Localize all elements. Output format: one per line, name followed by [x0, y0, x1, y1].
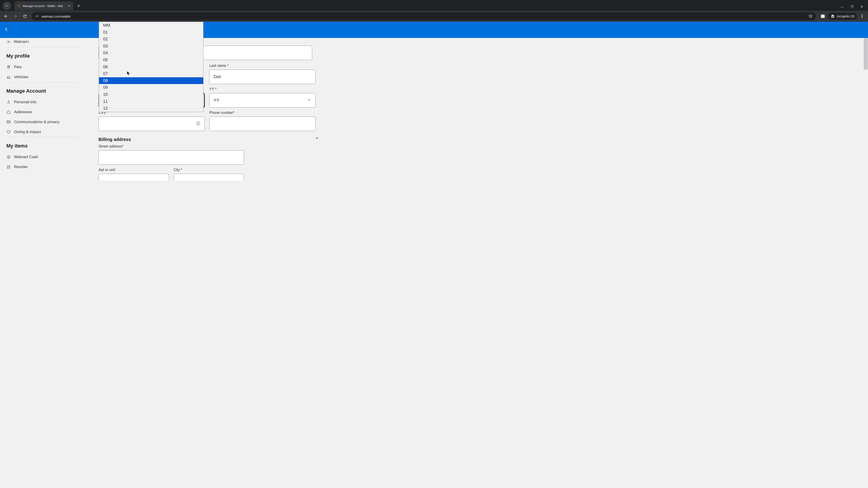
- city-label: City *: [174, 168, 244, 172]
- address-bar[interactable]: walmart.com/wallet: [32, 12, 816, 20]
- svg-point-11: [7, 66, 8, 67]
- nav-back-button[interactable]: [2, 12, 10, 20]
- svg-rect-4: [18, 5, 19, 6]
- account-sidebar: W+ Walmart+ My profile Pets Vehicles Man…: [0, 38, 86, 488]
- browser-tab[interactable]: Manage Account - Wallet - Wal ✕: [14, 1, 73, 10]
- cash-icon: [6, 155, 11, 159]
- city-input[interactable]: [174, 174, 244, 181]
- month-option-11[interactable]: 11: [99, 98, 203, 105]
- billing-address-heading: Billing address: [98, 137, 313, 142]
- car-icon: [6, 75, 11, 79]
- sidebar-item-walmart-plus[interactable]: W+ Walmart+: [6, 38, 80, 47]
- browser-toolbar: walmart.com/wallet Incognito (3): [0, 11, 868, 22]
- sidebar-item-reorder[interactable]: Reorder: [6, 162, 80, 172]
- month-option-02[interactable]: 02: [99, 36, 203, 43]
- month-option-01[interactable]: 01: [99, 29, 203, 36]
- svg-point-13: [9, 66, 10, 67]
- chrome-menu-button[interactable]: [858, 12, 866, 20]
- phone-input[interactable]: [209, 117, 315, 131]
- sidebar-heading-manage: Manage Account: [6, 88, 80, 94]
- sidebar-item-personal-info[interactable]: Personal info: [6, 97, 80, 107]
- month-option-04[interactable]: 04: [99, 50, 203, 57]
- cvv-input[interactable]: [98, 117, 205, 131]
- expiry-month-dropdown[interactable]: MM010203040506070809101112: [99, 22, 204, 112]
- window-maximize-button[interactable]: ❐: [850, 5, 854, 8]
- bookmark-star-icon[interactable]: [808, 14, 813, 19]
- sidebar-item-vehicles[interactable]: Vehicles: [6, 72, 80, 82]
- scroll-up-arrow-icon: [315, 137, 318, 139]
- incognito-icon: [831, 14, 835, 19]
- side-panel-button[interactable]: [819, 12, 827, 20]
- svg-rect-2: [20, 5, 21, 6]
- phone-label: Phone number*: [209, 111, 315, 115]
- month-option-12[interactable]: 12: [99, 105, 203, 112]
- sidebar-item-communications[interactable]: Communications & privacy: [6, 117, 80, 127]
- month-option-MM[interactable]: MM: [99, 22, 203, 29]
- street-input[interactable]: [98, 150, 244, 165]
- walmart-favicon-icon: [17, 4, 21, 8]
- nav-reload-button[interactable]: [21, 12, 29, 20]
- svg-rect-20: [7, 165, 10, 168]
- expiry-year-select[interactable]: YY: [209, 93, 315, 107]
- svg-point-17: [8, 101, 9, 102]
- svg-rect-18: [7, 121, 10, 123]
- home-icon: [6, 110, 11, 114]
- inner-scrollbar[interactable]: [315, 137, 318, 139]
- apt-input[interactable]: [98, 174, 169, 181]
- sidebar-item-pets[interactable]: Pets: [6, 62, 80, 72]
- svg-rect-3: [18, 6, 19, 7]
- street-label: Street address*: [98, 144, 244, 149]
- url-text: walmart.com/wallet: [41, 14, 806, 18]
- header-back-button[interactable]: [4, 27, 9, 33]
- paw-icon: [6, 65, 11, 69]
- new-tab-button[interactable]: +: [75, 3, 82, 8]
- incognito-profile-chip[interactable]: Incognito (3): [828, 13, 857, 20]
- month-option-08[interactable]: 08: [99, 77, 203, 84]
- sidebar-heading-items: My items: [6, 143, 80, 149]
- page-scrollbar[interactable]: [864, 38, 868, 488]
- walmart-plus-badge-icon: W+: [6, 40, 11, 43]
- incognito-label: Incognito (3): [837, 14, 855, 18]
- sidebar-item-walmart-cash[interactable]: Walmart Cash: [6, 152, 80, 162]
- sidebar-item-addresses[interactable]: Addresses: [6, 107, 80, 117]
- svg-point-12: [8, 66, 9, 66]
- svg-rect-5: [20, 6, 21, 7]
- apt-label: Apt or unit: [98, 168, 169, 172]
- window-minimize-button[interactable]: —: [840, 5, 844, 8]
- heart-icon: [6, 130, 11, 134]
- sidebar-heading-profile: My profile: [6, 53, 80, 59]
- month-option-09[interactable]: 09: [99, 84, 203, 91]
- chevron-down-icon: [307, 98, 311, 103]
- page-viewport: W+ Walmart+ My profile Pets Vehicles Man…: [0, 22, 868, 488]
- expiry-year-label: YY *: [209, 87, 315, 91]
- sidebar-item-giving[interactable]: Giving & impact: [6, 127, 80, 137]
- reorder-icon: [6, 165, 11, 169]
- month-option-10[interactable]: 10: [99, 91, 203, 98]
- browser-titlebar: Manage Account - Wallet - Wal ✕ + — ❐ ✕: [0, 0, 868, 11]
- search-tabs-button[interactable]: [3, 2, 11, 10]
- mail-icon: [6, 120, 11, 124]
- tab-title: Manage Account - Wallet - Wal: [23, 4, 66, 8]
- svg-point-10: [862, 17, 862, 18]
- nav-forward-button[interactable]: [11, 12, 20, 20]
- month-option-07[interactable]: 07: [99, 70, 203, 77]
- month-option-06[interactable]: 06: [99, 64, 203, 70]
- info-icon[interactable]: [196, 121, 200, 127]
- svg-rect-6: [821, 15, 825, 18]
- scrollbar-thumb[interactable]: [864, 38, 868, 70]
- tab-close-icon[interactable]: ✕: [68, 4, 70, 8]
- last-name-label: Last name *: [209, 64, 315, 68]
- month-option-03[interactable]: 03: [99, 43, 203, 50]
- svg-point-9: [862, 16, 862, 17]
- site-settings-icon[interactable]: [35, 14, 39, 19]
- last-name-input[interactable]: Deli: [209, 70, 315, 84]
- svg-point-14: [8, 67, 9, 69]
- svg-point-8: [862, 15, 862, 15]
- window-close-button[interactable]: ✕: [860, 5, 864, 8]
- person-icon: [6, 100, 11, 104]
- month-option-05[interactable]: 05: [99, 57, 203, 64]
